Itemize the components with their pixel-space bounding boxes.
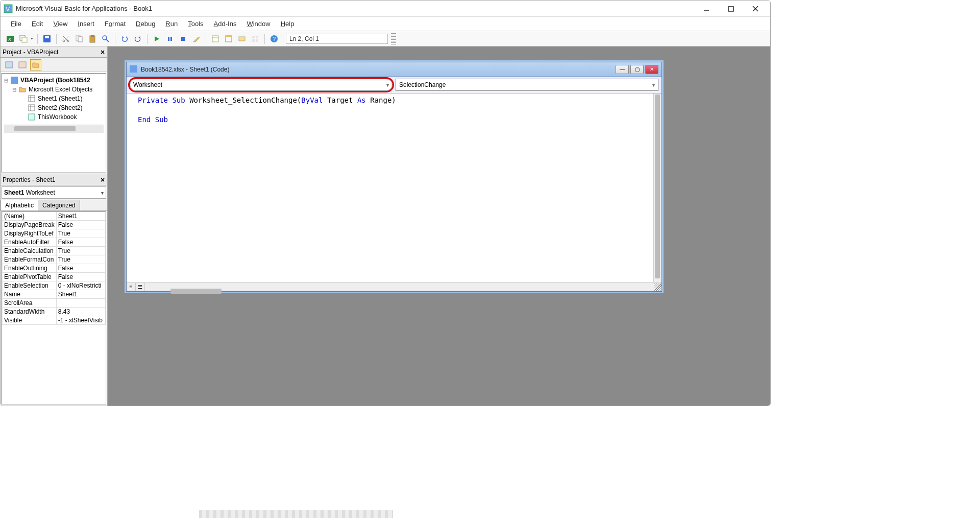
code-minimize-button[interactable]: — <box>616 65 629 74</box>
property-row[interactable]: EnableFormatConTrue <box>3 255 106 264</box>
view-code-icon[interactable] <box>4 59 15 70</box>
property-row[interactable]: NameSheet1 <box>3 290 106 299</box>
code-window-titlebar[interactable]: Book18542.xlsx - Sheet1 (Code) — ▢ ✕ <box>127 62 662 77</box>
object-dropdown[interactable]: Worksheet ▾ <box>130 79 393 91</box>
properties-panel-header: Properties - Sheet1 × <box>1 174 107 185</box>
property-value[interactable]: False <box>56 221 105 229</box>
maximize-button[interactable] <box>719 2 743 16</box>
code-text[interactable]: Private Sub Worksheet_SelectionChange(By… <box>138 96 396 280</box>
insert-dropdown-arrow[interactable]: ▼ <box>30 37 34 40</box>
property-row[interactable]: EnablePivotTableFalse <box>3 273 106 281</box>
tree-root[interactable]: ⊟ VBAProject (Book18542 <box>4 76 104 85</box>
property-row[interactable]: EnableAutoFilterFalse <box>3 238 106 247</box>
menu-insert[interactable]: Insert <box>72 18 100 30</box>
toolbar-grip[interactable] <box>391 33 396 44</box>
cut-icon[interactable] <box>60 33 71 44</box>
property-value[interactable]: -1 - xlSheetVisib <box>56 316 105 325</box>
property-value[interactable]: True <box>56 247 105 255</box>
code-maximize-button[interactable]: ▢ <box>630 65 644 74</box>
menu-run[interactable]: Run <box>160 18 183 30</box>
menu-view[interactable]: View <box>48 18 72 30</box>
tree-folder[interactable]: ⊟ Microsoft Excel Objects <box>4 85 104 94</box>
toolbox-icon[interactable] <box>250 33 261 44</box>
worksheet-icon <box>28 104 36 112</box>
property-value[interactable]: 8.43 <box>56 308 105 316</box>
property-row[interactable]: EnableOutliningFalse <box>3 264 106 273</box>
paste-icon[interactable] <box>87 33 98 44</box>
properties-grid[interactable]: (Name)Sheet1DisplayPageBreakFalseDisplay… <box>2 211 106 405</box>
property-row[interactable]: StandardWidth8.43 <box>3 308 106 316</box>
menu-addins[interactable]: Add-Ins <box>209 18 242 30</box>
scrollbar-thumb[interactable] <box>655 95 660 278</box>
scrollbar-thumb[interactable] <box>14 126 76 131</box>
property-row[interactable]: EnableCalculationTrue <box>3 247 106 255</box>
full-module-view-button[interactable]: ☰ <box>136 283 145 291</box>
break-icon[interactable] <box>164 33 176 44</box>
menu-file[interactable]: File <box>6 18 27 30</box>
project-panel-close-icon[interactable]: × <box>98 48 107 57</box>
property-value[interactable]: Sheet1 <box>56 290 105 299</box>
minimize-button[interactable] <box>695 2 718 16</box>
menu-format[interactable]: Format <box>100 18 131 30</box>
property-value[interactable]: False <box>56 238 105 247</box>
folder-icon <box>18 85 27 93</box>
property-value[interactable]: True <box>56 255 105 264</box>
procedure-view-button[interactable]: ≡ <box>127 283 136 291</box>
resize-grip-icon[interactable] <box>654 284 662 291</box>
property-row[interactable]: DisplayRightToLefTrue <box>3 229 106 238</box>
find-icon[interactable] <box>100 33 111 44</box>
project-hscrollbar[interactable] <box>4 125 104 133</box>
property-name: EnableFormatCon <box>3 255 57 264</box>
redo-icon[interactable] <box>132 33 143 44</box>
tab-alphabetic[interactable]: Alphabetic <box>1 200 38 210</box>
procedure-dropdown[interactable]: SelectionChange ▾ <box>396 79 658 91</box>
menu-debug[interactable]: Debug <box>131 18 160 30</box>
property-row[interactable]: EnableSelection0 - xlNoRestricti <box>3 281 106 290</box>
view-excel-icon[interactable]: X <box>5 33 16 44</box>
code-vscrollbar[interactable] <box>653 93 662 282</box>
menu-tools[interactable]: Tools <box>183 18 208 30</box>
property-value[interactable]: False <box>56 264 105 273</box>
property-row[interactable]: Visible-1 - xlSheetVisib <box>3 316 106 325</box>
save-icon[interactable] <box>41 33 53 44</box>
code-close-button[interactable]: ✕ <box>645 65 658 74</box>
help-icon[interactable]: ? <box>268 33 280 44</box>
menu-help[interactable]: Help <box>276 18 300 30</box>
scrollbar-thumb[interactable] <box>170 289 222 294</box>
property-value[interactable]: Sheet1 <box>56 212 105 221</box>
project-explorer-icon[interactable] <box>210 33 221 44</box>
undo-icon[interactable] <box>119 33 130 44</box>
property-value[interactable]: False <box>56 273 105 281</box>
tree-item-thisworkbook[interactable]: ThisWorkbook <box>4 112 104 122</box>
reset-icon[interactable] <box>178 33 189 44</box>
object-browser-icon[interactable] <box>236 33 248 44</box>
project-tree[interactable]: ⊟ VBAProject (Book18542 ⊟ Microsoft Exce… <box>2 73 106 173</box>
design-mode-icon[interactable] <box>191 33 202 44</box>
properties-panel-close-icon[interactable]: × <box>98 175 107 184</box>
tree-item-sheet2[interactable]: Sheet2 (Sheet2) <box>4 103 104 112</box>
close-button[interactable] <box>744 2 767 16</box>
procedure-dropdown-value: SelectionChange <box>399 81 446 88</box>
code-editor[interactable]: Private Sub Worksheet_SelectionChange(By… <box>127 93 662 282</box>
tree-item-sheet1[interactable]: Sheet1 (Sheet1) <box>4 94 104 103</box>
collapse-icon[interactable]: ⊟ <box>4 78 10 83</box>
separator <box>56 34 57 44</box>
tab-categorized[interactable]: Categorized <box>38 200 80 210</box>
copy-icon[interactable] <box>74 33 85 44</box>
property-value[interactable]: 0 - xlNoRestricti <box>56 281 105 290</box>
menu-edit[interactable]: Edit <box>27 18 48 30</box>
insert-item-icon[interactable] <box>18 33 29 44</box>
toggle-folders-icon[interactable] <box>30 59 41 70</box>
view-object-icon[interactable] <box>17 59 28 70</box>
run-icon[interactable] <box>151 33 162 44</box>
menu-window[interactable]: Window <box>241 18 275 30</box>
properties-object-selector[interactable]: Sheet1 Worksheet ▾ <box>2 186 106 199</box>
properties-window-icon[interactable] <box>223 33 234 44</box>
tree-item-label: ThisWorkbook <box>38 113 77 121</box>
property-row[interactable]: (Name)Sheet1 <box>3 212 106 221</box>
property-value[interactable]: True <box>56 229 105 238</box>
property-value[interactable] <box>56 299 105 308</box>
property-row[interactable]: ScrollArea <box>3 299 106 308</box>
collapse-icon[interactable]: ⊟ <box>12 87 18 92</box>
property-row[interactable]: DisplayPageBreakFalse <box>3 221 106 229</box>
